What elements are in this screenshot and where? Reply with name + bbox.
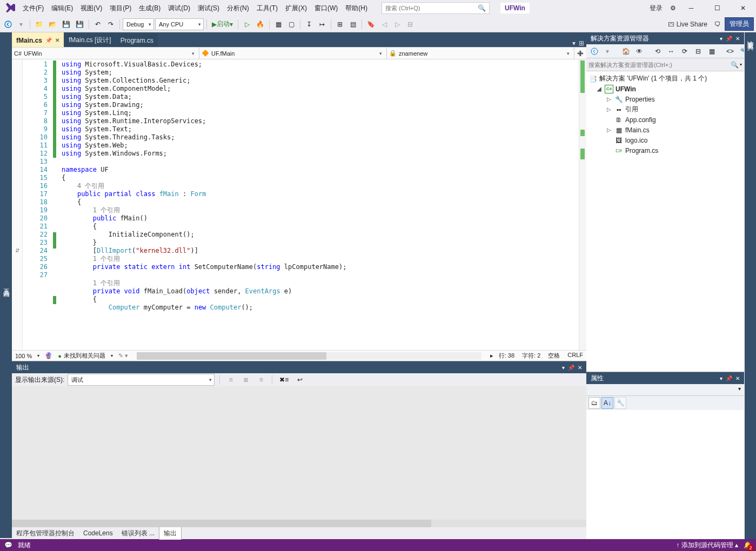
pin-icon[interactable]: 📌 [45,37,52,43]
start-debug-button[interactable]: ▶ 启动 ▾ [210,18,235,30]
code-content[interactable]: using Microsoft.VisualBasic.Devices;usin… [61,59,579,350]
panel-pin-icon[interactable]: 📌 [568,365,574,371]
menu-analyze[interactable]: 分析(N) [224,2,252,15]
output-hscroll[interactable] [12,520,586,527]
tab-codelens[interactable]: CodeLens [79,528,117,539]
solution-explorer-header[interactable]: 解决方案资源管理器 ▾📌✕ [586,32,744,44]
nav-class-combo[interactable]: 🔶UF.fMain [199,48,387,59]
output-text-area[interactable] [12,386,586,520]
tab-pkgmgr[interactable]: 程序包管理器控制台 [12,527,79,540]
se-collapse-icon[interactable]: ⊟ [692,45,704,57]
no-issues-indicator[interactable]: ●未找到相关问题 [58,352,105,360]
tb-icon-8[interactable]: ⊟ [404,18,416,30]
props-cat-button[interactable]: 🗂 [588,397,600,409]
close-tab-icon[interactable]: ✕ [55,37,59,43]
tb-icon-6[interactable]: ◁ [378,18,390,30]
feedback-button[interactable]: 🗨 [712,18,724,30]
tb-icon-2[interactable]: ▢ [285,18,297,30]
panel-menu-icon[interactable]: ▾ [562,365,565,371]
se-sync-icon[interactable]: ⟲ [652,45,664,57]
se-fwd-icon[interactable]: ▾ [601,45,613,57]
output-title[interactable]: 输出 ▾ 📌 ✕ [12,361,586,373]
tab-output[interactable]: 输出 [159,527,182,540]
hot-reload-button[interactable]: 🔥 [254,18,266,30]
se-search[interactable]: 🔍▾ [586,58,744,71]
nav-project-combo[interactable]: C#UFWin [12,48,199,59]
save-all-button[interactable]: 💾 [73,18,86,30]
tab-fmain-cs[interactable]: fMain.cs 📌 ✕ [12,32,64,47]
redo-button[interactable]: ↷ [105,18,117,30]
zoom-level[interactable]: 100 % [15,353,32,359]
menu-debug[interactable]: 调试(D) [165,2,193,15]
step-into-button[interactable]: ↦ [316,18,328,30]
panel-close-icon[interactable]: ✕ [578,365,582,371]
out-btn-1[interactable]: ≡ [225,374,237,386]
eol-indicator[interactable]: CRLF [567,352,583,360]
scroll-map[interactable] [579,59,586,350]
se-back-icon[interactable] [588,45,600,57]
tree-project-label[interactable]: UFWin [615,85,636,93]
diagnostics-tab[interactable]: 诊断工具 [745,32,756,539]
menu-build[interactable]: 生成(B) [136,2,164,15]
output-source-combo[interactable]: 调试 [68,374,215,386]
properties-header[interactable]: 属性 ▾📌✕ [586,372,744,384]
tb-icon-5[interactable]: 🔖 [365,18,377,30]
tree-fmain[interactable]: fMain.cs [625,126,650,134]
forward-button[interactable]: ▾ [15,18,27,30]
new-project-button[interactable]: 📁 [33,18,45,30]
breakpoint-margin[interactable]: ⇵ [12,59,23,350]
tree-properties[interactable]: Properties [625,96,655,103]
se-home-icon[interactable]: 🏠 [620,45,632,57]
props-pin-icon[interactable]: 📌 [726,375,732,381]
menu-view[interactable]: 视图(V) [77,2,105,15]
undo-button[interactable]: ↶ [92,18,104,30]
se-search-input[interactable] [588,62,731,68]
config-combo[interactable]: Debug [123,18,154,30]
se-view-icon[interactable]: 👁 [633,45,645,57]
menu-extensions[interactable]: 扩展(X) [282,2,310,15]
source-control-button[interactable]: ↑ 添加到源代码管理 ▴ [676,541,738,550]
notifications-button[interactable]: 🔔2 [744,541,752,549]
se-code-icon[interactable]: <> [724,45,736,57]
solution-badge[interactable]: UFWin [500,3,530,14]
tb-icon-1[interactable]: ▦ [272,18,284,30]
login-icon[interactable]: ⚙ [670,4,676,12]
tb-icon-7[interactable]: ▷ [391,18,403,30]
menu-edit[interactable]: 编辑(E) [48,2,76,15]
tab-fmain-design[interactable]: fMain.cs [设计] [64,33,116,47]
nav-member-combo[interactable]: 🔒znamenew [387,48,574,59]
twisty-closed-icon[interactable]: ▷ [606,106,612,112]
twisty-open-icon[interactable]: ◢ [596,86,603,92]
minimize-button[interactable]: ─ [680,1,702,15]
quick-search[interactable]: 🔍 [382,2,490,14]
tab-errorlist[interactable]: 错误列表 ... [117,527,159,540]
tree-solution-label[interactable]: 解决方案 'UFWin' (1 个项目，共 1 个) [599,74,707,83]
editor-hscroll[interactable] [137,352,481,360]
platform-combo[interactable]: Any CPU [155,18,204,30]
out-btn-2[interactable]: ≣ [240,374,252,386]
split-editor-button[interactable]: ✚ [574,48,586,59]
props-az-button[interactable]: A↓ [601,397,613,409]
tree-logo[interactable]: logo.ico [625,137,647,144]
back-button[interactable] [2,18,14,30]
se-menu-icon[interactable]: ▾ [720,36,722,42]
step-over-button[interactable]: ↧ [303,18,315,30]
window-icon[interactable]: ⊞ [579,39,584,47]
menu-help[interactable]: 帮助(H) [342,2,371,15]
health-icon[interactable]: 🔮 [45,352,52,359]
out-btn-3[interactable]: ≡ [255,374,267,386]
clear-output-button[interactable]: ✖≡ [277,374,291,386]
tool-icon[interactable]: ✎ ▾ [118,352,128,359]
twisty-closed-icon[interactable]: ▷ [606,96,612,102]
menu-tools[interactable]: 工具(T) [253,2,281,15]
menu-project[interactable]: 项目(P) [106,2,135,15]
start-no-debug-button[interactable]: ▷ [241,18,253,30]
maximize-button[interactable]: ☐ [706,1,728,15]
datasource-tab[interactable]: 数据源 [0,32,1,538]
se-refresh-icon[interactable]: ⟳ [679,45,691,57]
live-share-button[interactable]: ⮹ Live Share [665,21,711,28]
tree-program[interactable]: Program.cs [625,147,658,154]
open-button[interactable]: 📂 [46,18,59,30]
tab-program-cs[interactable]: Program.cs [116,33,158,47]
props-close-icon[interactable]: ✕ [735,375,740,381]
